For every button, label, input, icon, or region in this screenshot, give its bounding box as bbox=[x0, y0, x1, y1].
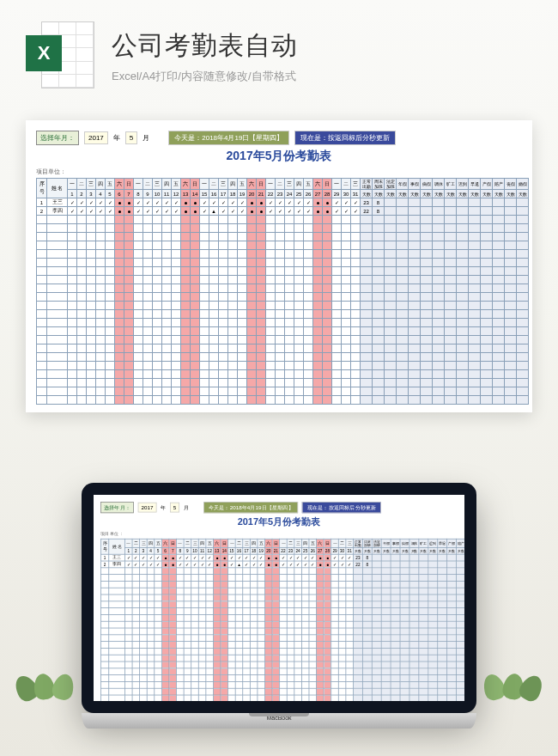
cell-mark[interactable] bbox=[213, 554, 221, 561]
cell-mark[interactable]: ✓ bbox=[228, 207, 238, 216]
cell-mark[interactable]: ✓ bbox=[266, 198, 276, 207]
cell-summary[interactable]: 8 bbox=[362, 554, 372, 561]
cell-name[interactable]: 李四 bbox=[109, 561, 125, 568]
cell-mark[interactable] bbox=[169, 561, 177, 568]
cell-summary[interactable] bbox=[419, 554, 428, 561]
cell-mark[interactable]: ✓ bbox=[331, 561, 339, 568]
cell-mark[interactable]: ✓ bbox=[106, 207, 115, 216]
cell-summary[interactable] bbox=[391, 554, 400, 561]
cell-summary[interactable] bbox=[409, 207, 421, 216]
cell-mark[interactable]: ✓ bbox=[228, 198, 238, 207]
cell-summary[interactable] bbox=[457, 561, 464, 568]
cell-summary[interactable] bbox=[445, 207, 457, 216]
cell-summary[interactable] bbox=[428, 554, 438, 561]
year-input[interactable]: 2017 bbox=[84, 131, 108, 144]
cell-mark[interactable]: ✓ bbox=[132, 554, 140, 561]
cell-summary[interactable] bbox=[381, 554, 391, 561]
cell-mark[interactable]: ✓ bbox=[155, 561, 162, 568]
cell-summary[interactable] bbox=[445, 198, 457, 207]
cell-mark[interactable]: ✓ bbox=[346, 554, 354, 561]
cell-mark[interactable]: ✓ bbox=[184, 554, 191, 561]
cell-summary[interactable] bbox=[457, 198, 469, 207]
cell-mark[interactable]: ✓ bbox=[342, 198, 351, 207]
cell-summary[interactable] bbox=[409, 561, 419, 568]
cell-mark[interactable]: ✓ bbox=[153, 198, 162, 207]
cell-summary[interactable]: 8 bbox=[373, 198, 385, 207]
cell-seq[interactable]: 1 bbox=[37, 198, 47, 207]
cell-summary[interactable] bbox=[391, 561, 400, 568]
cell-mark[interactable]: ▲ bbox=[209, 207, 219, 216]
cell-summary[interactable] bbox=[469, 207, 481, 216]
cell-summary[interactable] bbox=[505, 198, 517, 207]
cell-mark[interactable]: ✓ bbox=[276, 198, 285, 207]
cell-mark[interactable]: ✓ bbox=[301, 554, 309, 561]
cell-mark[interactable]: ✓ bbox=[351, 207, 361, 216]
cell-mark[interactable] bbox=[324, 561, 331, 568]
cell-mark[interactable]: ✓ bbox=[238, 207, 247, 216]
cell-mark[interactable]: ✓ bbox=[219, 207, 228, 216]
cell-summary[interactable] bbox=[505, 207, 517, 216]
cell-seq[interactable]: 1 bbox=[100, 554, 108, 561]
cell-mark[interactable]: ✓ bbox=[162, 207, 172, 216]
cell-summary[interactable]: 8 bbox=[362, 561, 372, 568]
cell-mark[interactable]: ✓ bbox=[338, 554, 346, 561]
cell-mark[interactable]: ✓ bbox=[250, 554, 258, 561]
cell-mark[interactable]: ✓ bbox=[124, 561, 132, 568]
cell-mark[interactable]: ✓ bbox=[206, 554, 214, 561]
cell-mark[interactable] bbox=[272, 554, 280, 561]
cell-seq[interactable]: 2 bbox=[100, 561, 108, 568]
cell-name[interactable]: 李四 bbox=[47, 207, 68, 216]
cell-mark[interactable]: ✓ bbox=[280, 554, 288, 561]
cell-summary[interactable] bbox=[397, 198, 409, 207]
cell-mark[interactable]: ✓ bbox=[309, 554, 317, 561]
cell-mark[interactable]: ✓ bbox=[177, 561, 185, 568]
cell-mark[interactable] bbox=[191, 198, 200, 207]
cell-summary[interactable] bbox=[409, 198, 421, 207]
cell-mark[interactable] bbox=[247, 198, 257, 207]
cell-mark[interactable]: ✓ bbox=[309, 561, 317, 568]
cell-mark[interactable]: ✓ bbox=[346, 561, 354, 568]
cell-mark[interactable]: ✓ bbox=[68, 198, 77, 207]
cell-mark[interactable]: ✓ bbox=[285, 207, 294, 216]
cell-mark[interactable] bbox=[324, 554, 331, 561]
cell-summary[interactable] bbox=[493, 198, 505, 207]
cell-mark[interactable]: ✓ bbox=[332, 198, 342, 207]
cell-mark[interactable]: ✓ bbox=[87, 198, 96, 207]
cell-mark[interactable]: ✓ bbox=[285, 198, 294, 207]
cell-mark[interactable]: ✓ bbox=[147, 561, 155, 568]
cell-mark[interactable] bbox=[323, 207, 332, 216]
cell-mark[interactable]: ✓ bbox=[124, 554, 132, 561]
cell-mark[interactable]: ✓ bbox=[280, 561, 288, 568]
cell-mark[interactable] bbox=[124, 198, 134, 207]
cell-summary[interactable] bbox=[433, 207, 445, 216]
cell-mark[interactable]: ✓ bbox=[172, 207, 181, 216]
cell-mark[interactable]: ✓ bbox=[200, 207, 209, 216]
cell-mark[interactable]: ✓ bbox=[162, 198, 172, 207]
cell-mark[interactable] bbox=[213, 561, 221, 568]
cell-summary[interactable] bbox=[372, 561, 381, 568]
cell-name[interactable]: 王三 bbox=[47, 198, 68, 207]
cell-mark[interactable] bbox=[313, 207, 323, 216]
cell-summary[interactable]: 22 bbox=[361, 207, 373, 216]
cell-mark[interactable]: ✓ bbox=[331, 554, 339, 561]
cell-mark[interactable]: ✓ bbox=[77, 198, 87, 207]
cell-mark[interactable]: ✓ bbox=[140, 561, 148, 568]
cell-mark[interactable]: ✓ bbox=[140, 554, 148, 561]
cell-mark[interactable] bbox=[264, 554, 272, 561]
cell-mark[interactable] bbox=[169, 554, 177, 561]
cell-mark[interactable] bbox=[247, 207, 257, 216]
cell-mark[interactable]: ✓ bbox=[243, 561, 251, 568]
cell-mark[interactable] bbox=[257, 207, 266, 216]
cell-mark[interactable]: ✓ bbox=[209, 198, 219, 207]
cell-mark[interactable]: ✓ bbox=[228, 561, 236, 568]
cell-summary[interactable] bbox=[438, 554, 447, 561]
cell-mark[interactable]: ✓ bbox=[258, 561, 265, 568]
cell-mark[interactable]: ✓ bbox=[338, 561, 346, 568]
cell-mark[interactable]: ✓ bbox=[235, 554, 243, 561]
cell-mark[interactable]: ✓ bbox=[68, 207, 77, 216]
cell-mark[interactable] bbox=[161, 554, 169, 561]
month-input[interactable]: 5 bbox=[125, 131, 137, 144]
cell-mark[interactable]: ✓ bbox=[287, 561, 294, 568]
cell-summary[interactable] bbox=[517, 207, 529, 216]
cell-summary[interactable] bbox=[433, 198, 445, 207]
